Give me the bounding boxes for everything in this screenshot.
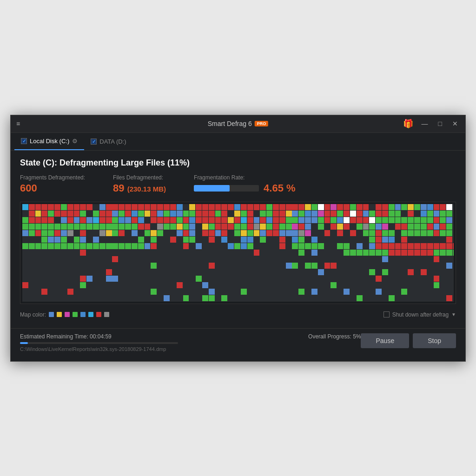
tab-d-label: DATA (D:) (99, 138, 126, 145)
legend-used (49, 312, 54, 317)
titlebar-center: Smart Defrag 6 PRO (208, 120, 268, 127)
shutdown-label: Shut down after defrag (392, 311, 449, 318)
stop-button[interactable]: Stop (413, 333, 456, 348)
gift-icon[interactable]: 🎁 (403, 119, 413, 129)
app-title: Smart Defrag 6 (208, 120, 252, 127)
titlebar: ≡ Smart Defrag 6 PRO 🎁 — □ ✕ (11, 115, 465, 133)
progress-info: Estimated Remaining Time: 00:04:59 Overa… (20, 333, 361, 340)
progress-bar-fill (20, 342, 28, 344)
fragments-stat: Fragments Defragmented: 600 (20, 174, 85, 194)
legend-free (73, 312, 78, 317)
files-sub: (230.13 MB) (127, 185, 166, 193)
shutdown-checkbox[interactable] (383, 311, 390, 317)
fragments-label: Fragments Defragmented: (20, 174, 85, 181)
time-label: Estimated Remaining Time: 00:04:59 (20, 333, 112, 340)
shutdown-dropdown-arrow[interactable]: ▼ (451, 312, 456, 317)
bottom-bar: Estimated Remaining Time: 00:04:59 Overa… (11, 328, 465, 361)
pro-badge: PRO (255, 121, 269, 126)
legend-mft (88, 312, 93, 317)
legend-fragmented (57, 312, 62, 317)
files-value: 89 (230.13 MB) (113, 182, 166, 194)
tab-c-label: Local Disk (C:) (30, 138, 69, 145)
progress-section: Estimated Remaining Time: 00:04:59 Overa… (20, 333, 361, 357)
legend-other (104, 312, 109, 317)
frag-bar-bg (194, 185, 259, 192)
frag-bar-fill (194, 185, 230, 192)
map-legend: Map color: (20, 309, 109, 321)
legend-unmovable (65, 312, 70, 317)
tab-d-checkbox[interactable] (91, 139, 97, 145)
close-button[interactable]: ✕ (450, 119, 460, 128)
current-file: C:\Windows\LiveKernelReports\win32k.sys-… (20, 346, 361, 352)
disk-map (22, 204, 454, 302)
fragrate-label: Fragmentation Rate: (194, 174, 296, 181)
titlebar-right: 🎁 — □ ✕ (403, 119, 460, 129)
fragments-value: 600 (20, 182, 85, 194)
overall-progress: Overall Progress: 5% (308, 333, 361, 340)
tab-c-drive[interactable]: Local Disk (C:) ⚙ (14, 133, 84, 150)
legend-system (80, 312, 86, 317)
legend-defrag (96, 312, 101, 317)
stats-row: Fragments Defragmented: 600 Files Defrag… (20, 174, 456, 194)
minimize-button[interactable]: — (420, 119, 430, 128)
action-buttons: Pause Stop (361, 333, 456, 348)
maximize-button[interactable]: □ (436, 119, 444, 128)
frag-percent: 4.65 % (264, 182, 296, 194)
disk-map-container (20, 202, 456, 304)
progress-bar-container (20, 342, 178, 344)
menu-icon[interactable]: ≡ (16, 120, 20, 127)
app-window: ≡ Smart Defrag 6 PRO 🎁 — □ ✕ Local Disk … (10, 115, 466, 362)
tab-c-checkbox[interactable] (21, 138, 27, 144)
pause-button[interactable]: Pause (361, 333, 409, 348)
settings-icon[interactable]: ⚙ (72, 138, 78, 145)
shutdown-row: Shut down after defrag ▼ (383, 310, 456, 320)
tabs-bar: Local Disk (C:) ⚙ DATA (D:) (11, 133, 465, 151)
frag-rate-row: 4.65 % (194, 182, 296, 194)
fragrate-stat: Fragmentation Rate: 4.65 % (194, 174, 296, 194)
files-label: Files Defragmented: (113, 174, 166, 181)
files-stat: Files Defragmented: 89 (230.13 MB) (113, 174, 166, 194)
legend-label: Map color: (20, 311, 46, 318)
main-content: State (C): Defragmenting Large Files (11… (11, 151, 465, 328)
tab-d-drive[interactable]: DATA (D:) (84, 133, 132, 150)
titlebar-left: ≡ (16, 120, 20, 127)
state-title: State (C): Defragmenting Large Files (11… (20, 158, 456, 168)
